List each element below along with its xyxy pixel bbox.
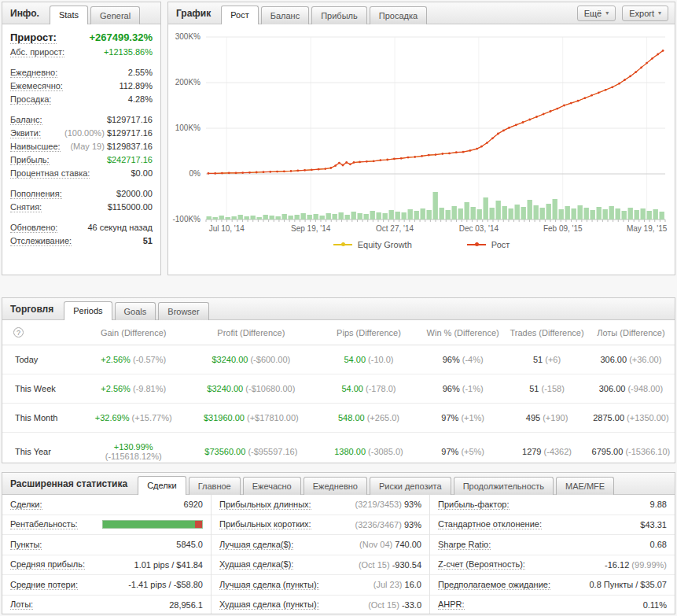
tab-trades[interactable]: Сделки (138, 476, 186, 495)
info-row-abs-gain: Абс. прирост: +12135.86% (2, 46, 160, 59)
table-row-this-year: This Year +130.99% (-115618.12%) $73560.… (2, 433, 675, 471)
info-value: $129717.16 (107, 115, 153, 124)
period-label: This Year (2, 433, 83, 471)
stat-row-z-score: Z-счет (Вероятность): -16.12 (99.99%) (430, 555, 675, 576)
column-header-win: Win % (Difference) (419, 320, 506, 345)
stat-row-avg-loss: Средние потери: -1.41 pips / -$58.80 (2, 575, 211, 596)
info-row-interest: Процентная ставка: $0.00 (2, 167, 160, 180)
info-label: Наивысшее: (10, 142, 61, 152)
chart-legend: Equity Growth Рост (168, 237, 675, 249)
tab-daily[interactable]: Ежедневно (304, 477, 367, 495)
periods-table-header-row: ? Gain (Difference) Profit (Difference) … (2, 320, 675, 345)
svg-text:Oct 27, '14: Oct 27, '14 (376, 224, 414, 233)
column-header-lots: Лоты (Difference) (587, 320, 675, 345)
tab-hourly[interactable]: Ежечасно (243, 477, 301, 495)
stats-panel-title: Расширенная статистика (10, 478, 127, 489)
info-panel-header: Инфо. Stats General (2, 2, 160, 24)
tab-deposit-risks[interactable]: Риски депозита (370, 477, 451, 495)
profitability-bar (102, 520, 203, 529)
column-header-pips: Pips (Difference) (318, 320, 419, 345)
column-header-gain: Gain (Difference) (83, 320, 184, 345)
stat-row-lots: Лоты: 28,956.1 (2, 596, 211, 615)
growth-chart: 300K%200K%100K%0%-100K%Jul 10, '14Sep 19… (168, 26, 675, 235)
tab-growth[interactable]: Рост (221, 6, 259, 24)
legend-equity-growth[interactable]: Equity Growth (333, 240, 412, 249)
export-button[interactable]: Export ▾ (622, 6, 668, 21)
info-row-deposits: Пополнения: $2000.00 (2, 187, 160, 201)
chart-panel-title: График (176, 8, 211, 19)
svg-text:Feb 09, '15: Feb 09, '15 (543, 224, 583, 233)
info-row-profit: Прибыль: $242717.16 (2, 153, 160, 167)
help-icon[interactable]: ? (13, 327, 24, 338)
tab-drawdown[interactable]: Просадка (370, 6, 427, 24)
svg-text:Sep 19, '14: Sep 19, '14 (291, 224, 331, 233)
svg-text:Dec 03, '14: Dec 03, '14 (459, 224, 499, 233)
tab-mae-mfe[interactable]: MAE/MFE (556, 477, 614, 495)
legend-growth[interactable]: Рост (467, 240, 510, 249)
stats-column-2: Прибыльных длинных: (3219/3453) 93% Приб… (212, 495, 430, 614)
tab-goals[interactable]: Goals (115, 302, 156, 320)
page: Инфо. Stats General Прирост: +267499.32%… (0, 0, 677, 616)
tab-browser[interactable]: Browser (158, 302, 208, 320)
svg-text:100K%: 100K% (175, 124, 201, 132)
stat-row-sharpe-ratio: Sharpe Ratio: 0.68 (430, 535, 675, 555)
trade-panel-header: Торговля Periods Goals Browser (2, 298, 675, 320)
info-value: +267499.32% (89, 31, 153, 43)
stat-row-pips: Пункты: 5845.0 (2, 535, 211, 555)
info-value: 51 (143, 236, 153, 245)
profitability-bar-green (103, 521, 195, 528)
more-button[interactable]: Ещё ▾ (577, 6, 616, 21)
trade-panel-title: Торговля (10, 304, 53, 315)
info-label: Отслеживание: (10, 236, 72, 246)
tab-main[interactable]: Главное (189, 477, 241, 495)
info-row-updated: Обновлено: 46 секунд назад (2, 221, 160, 234)
chevron-down-icon: ▾ (658, 9, 661, 17)
chart-body: 300K%200K%100K%0%-100K%Jul 10, '14Sep 19… (168, 24, 675, 249)
info-row-highest: Наивысшее: (May 19) $129837.16 (2, 140, 160, 153)
stats-column-1: Сделки: 6920 Рентабельность: Пункты: 584… (2, 495, 212, 614)
info-label: Прирост: (10, 31, 57, 44)
stat-row-best-trade-pips: Лучшая сделка (пункты): (Jul 23) 16.0 (212, 575, 429, 596)
tab-general[interactable]: General (90, 6, 140, 24)
column-header-profit: Profit (Difference) (184, 320, 318, 345)
info-body: Прирост: +267499.32% Абс. прирост: +1213… (2, 24, 160, 248)
stat-row-long-won: Прибыльных длинных: (3219/3453) 93% (212, 495, 429, 515)
stats-column-3: Прибыль-фактор: 9.88 Стандартное отклоне… (430, 495, 675, 614)
stat-row-expectancy: Предполагаемое ожидание: 0.8 Пункты / $3… (430, 575, 675, 596)
info-panel-title: Инфо. (10, 8, 39, 19)
tab-balance[interactable]: Баланс (261, 6, 309, 24)
info-value: $2000.00 (116, 189, 153, 198)
info-label: Пополнения: (10, 189, 62, 199)
info-label: Ежемесячно: (10, 81, 63, 91)
info-label: Ежедневно: (10, 68, 57, 78)
info-value: 2.55% (128, 68, 153, 77)
info-row-withdrawals: Снятия: $115000.00 (2, 201, 160, 214)
info-value: (May 19) $129837.16 (70, 142, 153, 151)
stat-row-short-won: Прибыльных коротких: (3236/3467) 93% (212, 515, 429, 536)
tab-profit[interactable]: Прибыль (311, 6, 367, 24)
info-row-equity: Эквити: (100.00%) $129717.16 (2, 127, 160, 140)
info-row-monthly: Ежемесячно: 112.89% (2, 79, 160, 93)
info-panel: Инфо. Stats General Прирост: +267499.32%… (2, 2, 161, 275)
tab-duration[interactable]: Продолжительность (454, 477, 554, 495)
column-header-trades: Trades (Difference) (506, 320, 587, 345)
tab-stats[interactable]: Stats (50, 6, 88, 24)
info-value: +12135.86% (104, 47, 153, 57)
stat-row-worst-trade-pips: Худшая сделка (пункты): (Oct 15) -33.0 (212, 596, 429, 615)
tab-periods[interactable]: Periods (64, 301, 112, 320)
stats-grid: Сделки: 6920 Рентабельность: Пункты: 584… (2, 495, 675, 614)
info-row-drawdown: Просадка: 4.28% (2, 93, 160, 106)
table-row-this-week: This Week +2.56% (-9.81%) $3240.00 (-$10… (2, 374, 675, 404)
svg-text:0%: 0% (189, 169, 201, 178)
info-value: 112.89% (119, 81, 153, 90)
table-row-today: Today +2.56% (-0.57%) $3240.00 (-$600.00… (2, 345, 675, 374)
info-row-daily: Ежедневно: 2.55% (2, 66, 160, 79)
info-value: 4.28% (128, 94, 153, 104)
info-label: Эквити: (10, 128, 41, 138)
period-label: This Week (2, 374, 83, 404)
info-value: 46 секунд назад (87, 223, 153, 232)
period-label: This Month (2, 404, 83, 433)
stat-row-worst-trade-usd: Худшая сделка($): (Oct 15) -930.54 (212, 555, 429, 576)
trade-panel: Торговля Periods Goals Browser ? Gain (D… (2, 297, 675, 463)
advanced-stats-panel: Расширенная статистика Сделки Главное Еж… (2, 472, 675, 614)
